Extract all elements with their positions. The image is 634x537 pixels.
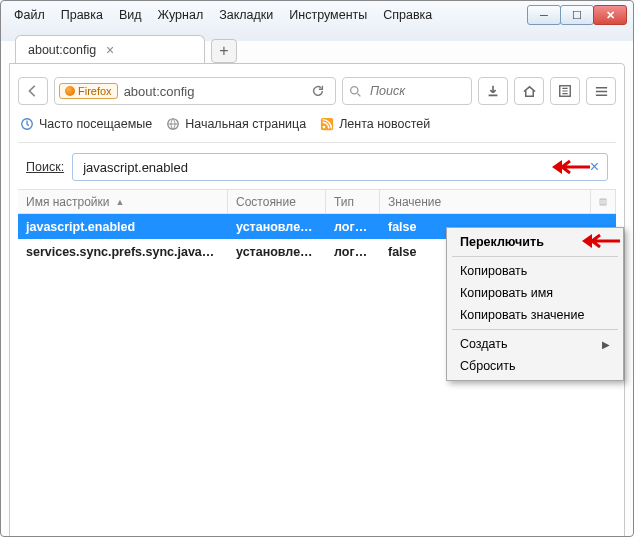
clear-search-icon[interactable]: ×	[590, 158, 599, 176]
search-input[interactable]	[368, 83, 465, 99]
download-icon	[486, 84, 500, 98]
col-state[interactable]: Состояние	[228, 190, 326, 213]
menu-edit[interactable]: Правка	[54, 5, 110, 25]
browser-window: Файл Правка Вид Журнал Закладки Инструме…	[0, 0, 634, 537]
bookmarks-icon	[558, 84, 572, 98]
svg-rect-6	[600, 199, 606, 205]
ctx-copy-name[interactable]: Копировать имя	[450, 282, 620, 304]
back-button[interactable]	[18, 77, 48, 105]
minimize-button[interactable]: ─	[527, 5, 561, 25]
menu-history[interactable]: Журнал	[151, 5, 211, 25]
search-bar[interactable]	[342, 77, 472, 105]
about-config-page: Поиск: × Имя настройки▲ Состояние Тип Зн…	[18, 142, 616, 536]
col-name[interactable]: Имя настройки▲	[18, 190, 228, 213]
menu-file[interactable]: Файл	[7, 5, 52, 25]
svg-point-0	[351, 86, 358, 93]
firefox-icon	[65, 86, 75, 96]
ctx-reset[interactable]: Сбросить	[450, 355, 620, 377]
config-search-box[interactable]: ×	[72, 153, 608, 181]
nav-toolbar: Firefox	[18, 72, 616, 110]
bookmark-news-feed[interactable]: Лента новостей	[320, 117, 430, 131]
url-input[interactable]	[122, 83, 301, 100]
maximize-button[interactable]: ☐	[560, 5, 594, 25]
downloads-button[interactable]	[478, 77, 508, 105]
col-value[interactable]: Значение	[380, 190, 590, 213]
tab-title: about:config	[28, 43, 96, 57]
search-icon	[349, 85, 362, 98]
menu-bookmarks[interactable]: Закладки	[212, 5, 280, 25]
svg-point-5	[323, 126, 326, 129]
reload-icon[interactable]	[305, 84, 331, 98]
ctx-create[interactable]: Создать▶	[450, 333, 620, 355]
url-bar[interactable]: Firefox	[54, 77, 336, 105]
submenu-arrow-icon: ▶	[602, 339, 610, 350]
tab-close-icon[interactable]: ×	[106, 42, 114, 58]
bookmarks-toolbar: Часто посещаемые Начальная страница Лент…	[18, 110, 616, 138]
globe-icon	[166, 117, 180, 131]
menu-separator	[452, 256, 618, 257]
bookmark-start-page[interactable]: Начальная страница	[166, 117, 306, 131]
close-button[interactable]: ✕	[593, 5, 627, 25]
menu-help[interactable]: Справка	[376, 5, 439, 25]
home-icon	[522, 84, 537, 99]
ctx-copy-value[interactable]: Копировать значение	[450, 304, 620, 326]
clock-icon	[20, 117, 34, 131]
menu-icon	[594, 84, 609, 99]
home-button[interactable]	[514, 77, 544, 105]
annotation-arrow-2	[580, 232, 620, 250]
col-type[interactable]: Тип	[326, 190, 380, 213]
hamburger-menu-button[interactable]	[586, 77, 616, 105]
rss-icon	[320, 117, 334, 131]
tab-bar: about:config × +	[9, 33, 625, 63]
context-menu: Переключить Копировать Копировать имя Ко…	[446, 227, 624, 381]
bookmark-most-visited[interactable]: Часто посещаемые	[20, 117, 152, 131]
config-search-label: Поиск:	[26, 160, 64, 174]
window-controls: ─ ☐ ✕	[528, 5, 627, 25]
column-picker-icon[interactable]	[590, 190, 616, 213]
config-search-input[interactable]	[81, 159, 550, 176]
bookmarks-menu-button[interactable]	[550, 77, 580, 105]
sort-asc-icon: ▲	[116, 197, 125, 207]
annotation-arrow-1	[550, 158, 590, 176]
column-headers: Имя настройки▲ Состояние Тип Значение	[18, 189, 616, 214]
menu-view[interactable]: Вид	[112, 5, 149, 25]
tab-about-config[interactable]: about:config ×	[15, 35, 205, 63]
new-tab-button[interactable]: +	[211, 39, 237, 63]
menu-tools[interactable]: Инструменты	[282, 5, 374, 25]
arrow-left-icon	[26, 84, 40, 98]
ctx-copy[interactable]: Копировать	[450, 260, 620, 282]
menu-separator	[452, 329, 618, 330]
identity-badge[interactable]: Firefox	[59, 83, 118, 99]
